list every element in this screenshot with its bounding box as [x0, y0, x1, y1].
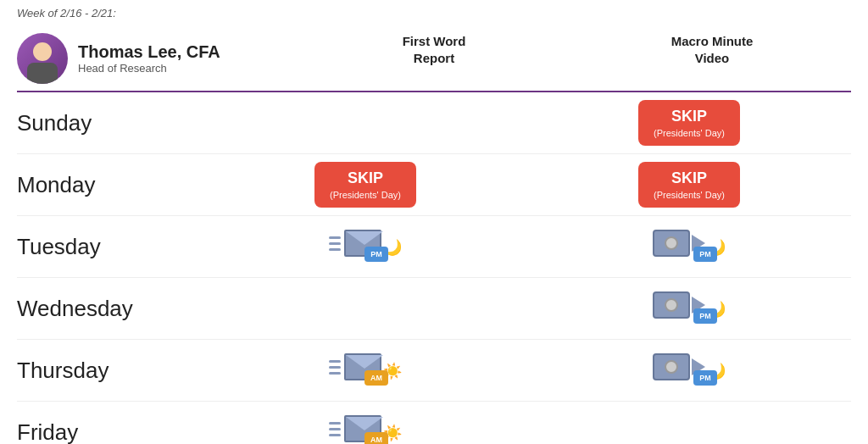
- tuesday-col2: PM 🌙: [527, 216, 851, 277]
- video-pm-icon: PM 🌙: [653, 353, 726, 380]
- person-info: Thomas Lee, CFA Head of Research: [17, 33, 295, 84]
- video-pm-icon: PM 🌙: [653, 291, 726, 319]
- table-row: Tuesday PM 🌙: [17, 216, 851, 278]
- monday-col1: SKIP (Presidents' Day): [203, 154, 527, 215]
- person-title: Head of Research: [78, 62, 220, 75]
- wednesday-col2: PM 🌙: [527, 278, 851, 339]
- day-label: Wednesday: [17, 289, 203, 329]
- day-label: Monday: [17, 165, 203, 205]
- table-row: Wednesday PM 🌙: [17, 278, 851, 340]
- skip-button[interactable]: SKIP (Presidents' Day): [638, 100, 740, 146]
- thursday-col1: AM ☀️: [203, 340, 527, 401]
- friday-col1: AM ☀️: [203, 402, 527, 444]
- skip-button[interactable]: SKIP (Presidents' Day): [638, 162, 740, 208]
- table-row: Friday AM ☀️: [17, 402, 851, 444]
- email-am-icon: AM ☀️: [329, 353, 402, 380]
- table-row: Sunday SKIP (Presidents' Day): [17, 92, 851, 154]
- friday-col2: [527, 402, 851, 444]
- col1-header: First Word Report: [349, 33, 519, 66]
- col2-header: Macro Minute Video: [627, 33, 797, 66]
- table-row: Monday SKIP (Presidents' Day) SKIP (Pres…: [17, 154, 851, 216]
- day-label: Thursday: [17, 351, 203, 391]
- column-headers: First Word Report Macro Minute Video: [295, 33, 851, 66]
- week-label: Week of 2/16 - 2/21:: [0, 0, 868, 19]
- sunday-col1: [203, 92, 527, 153]
- email-pm-icon: PM 🌙: [329, 230, 402, 257]
- person-text: Thomas Lee, CFA Head of Research: [78, 42, 220, 75]
- person-name: Thomas Lee, CFA: [78, 42, 220, 62]
- monday-col2: SKIP (Presidents' Day): [527, 154, 851, 215]
- day-label: Friday: [17, 413, 203, 445]
- avatar: [17, 33, 68, 84]
- sunday-col2: SKIP (Presidents' Day): [527, 92, 851, 153]
- thursday-col2: PM 🌙: [527, 340, 851, 401]
- schedule-table: Sunday SKIP (Presidents' Day) Monday SKI…: [0, 92, 868, 444]
- day-label: Tuesday: [17, 227, 203, 267]
- email-am-icon: AM ☀️: [329, 415, 402, 442]
- video-pm-icon: PM 🌙: [653, 230, 726, 257]
- table-row: Thursday AM ☀️: [17, 340, 851, 402]
- day-label: Sunday: [17, 103, 203, 143]
- wednesday-col1: [203, 278, 527, 339]
- tuesday-col1: PM 🌙: [203, 216, 527, 277]
- skip-button[interactable]: SKIP (Presidents' Day): [314, 162, 416, 208]
